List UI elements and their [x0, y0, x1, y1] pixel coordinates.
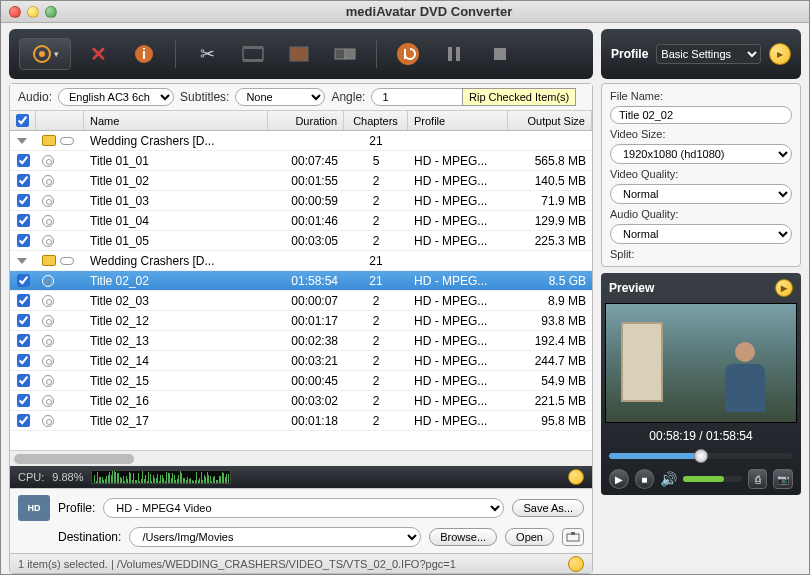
- cell-chapters: 21: [344, 254, 408, 268]
- pause-button[interactable]: [435, 38, 473, 70]
- table-row[interactable]: Title 02_0201:58:5421HD - MPEG...8.5 GB: [10, 271, 592, 291]
- snapshot-button[interactable]: ⎙: [748, 469, 768, 489]
- subtitles-label: Subtitles:: [180, 90, 229, 104]
- col-output-size[interactable]: Output Size: [508, 111, 592, 130]
- delete-button[interactable]: ✕: [79, 38, 117, 70]
- col-name[interactable]: Name: [84, 111, 268, 130]
- cell-profile: HD - MPEG...: [408, 274, 508, 288]
- preview-label: Preview: [609, 281, 654, 295]
- table-row[interactable]: Title 02_1200:01:172HD - MPEG...93.8 MB: [10, 311, 592, 331]
- row-checkbox[interactable]: [17, 174, 30, 187]
- merge-button[interactable]: [326, 38, 364, 70]
- video-quality-label: Video Quality:: [610, 168, 792, 180]
- cell-profile: HD - MPEG...: [408, 174, 508, 188]
- row-checkbox[interactable]: [17, 154, 30, 167]
- cell-duration: 00:01:46: [268, 214, 344, 228]
- table-row[interactable]: Title 02_1500:00:452HD - MPEG...54.9 MB: [10, 371, 592, 391]
- table-row[interactable]: Title 02_1600:03:022HD - MPEG...221.5 MB: [10, 391, 592, 411]
- minimize-icon[interactable]: [27, 6, 39, 18]
- profile-select[interactable]: HD - MPEG4 Video: [103, 498, 504, 518]
- col-duration[interactable]: Duration: [268, 111, 344, 130]
- cell-name: Title 02_15: [84, 374, 268, 388]
- clip-button[interactable]: [234, 38, 272, 70]
- browse-button[interactable]: Browse...: [429, 528, 497, 546]
- row-checkbox[interactable]: [17, 294, 30, 307]
- row-checkbox[interactable]: [17, 334, 30, 347]
- basic-settings-select[interactable]: Basic Settings: [656, 44, 761, 64]
- destination-select[interactable]: /Users/Img/Movies: [129, 527, 421, 547]
- disc-menu-button[interactable]: ▾: [19, 38, 71, 70]
- volume-icon: 🔊: [660, 471, 677, 487]
- table-group-row[interactable]: Wedding Crashers [D...21: [10, 251, 592, 271]
- preview-stop-button[interactable]: ■: [635, 469, 655, 489]
- row-checkbox[interactable]: [17, 234, 30, 247]
- disclosure-icon[interactable]: [17, 138, 27, 144]
- preview-screen[interactable]: [605, 303, 797, 423]
- disclosure-icon[interactable]: [17, 258, 27, 264]
- stop-button[interactable]: [481, 38, 519, 70]
- row-checkbox[interactable]: [17, 414, 30, 427]
- table-row[interactable]: Title 02_1700:01:182HD - MPEG...95.8 MB: [10, 411, 592, 431]
- row-checkbox[interactable]: [17, 354, 30, 367]
- table-row[interactable]: Title 01_0200:01:552HD - MPEG...140.5 MB: [10, 171, 592, 191]
- split-label: Split:: [610, 248, 792, 260]
- row-checkbox[interactable]: [17, 214, 30, 227]
- disc-icon: [42, 335, 54, 347]
- volume-slider[interactable]: [683, 476, 742, 482]
- row-checkbox[interactable]: [17, 394, 30, 407]
- disc-icon: [42, 295, 54, 307]
- video-quality-select[interactable]: Normal: [610, 184, 792, 204]
- drive-icon[interactable]: [562, 528, 584, 546]
- subtitles-select[interactable]: None: [235, 88, 325, 106]
- audio-select[interactable]: English AC3 6ch: [58, 88, 174, 106]
- save-as-button[interactable]: Save As...: [512, 499, 584, 517]
- info-button[interactable]: i: [125, 38, 163, 70]
- col-profile[interactable]: Profile: [408, 111, 508, 130]
- profile-panel-header: Profile Basic Settings ▸: [601, 29, 801, 79]
- svg-point-1: [39, 51, 45, 57]
- horizontal-scrollbar[interactable]: [10, 450, 592, 466]
- file-name-input[interactable]: [610, 106, 792, 124]
- video-size-select[interactable]: 1920x1080 (hd1080): [610, 144, 792, 164]
- camera-button[interactable]: 📷: [773, 469, 793, 489]
- table-row[interactable]: Title 02_1400:03:212HD - MPEG...244.7 MB: [10, 351, 592, 371]
- table-row[interactable]: Title 01_0500:03:052HD - MPEG...225.3 MB: [10, 231, 592, 251]
- cpu-expand-button[interactable]: [568, 469, 584, 485]
- col-chapters[interactable]: Chapters: [344, 111, 408, 130]
- cell-duration: 00:00:59: [268, 194, 344, 208]
- check-all[interactable]: [16, 114, 29, 127]
- cut-button[interactable]: ✂: [188, 38, 226, 70]
- row-checkbox[interactable]: [17, 314, 30, 327]
- status-go-button[interactable]: [568, 556, 584, 572]
- settings-go-button[interactable]: ▸: [769, 43, 791, 65]
- table-row[interactable]: Title 01_0300:00:592HD - MPEG...71.9 MB: [10, 191, 592, 211]
- table-row[interactable]: Title 02_0300:00:072HD - MPEG...8.9 MB: [10, 291, 592, 311]
- preview-seek-slider[interactable]: [609, 453, 793, 459]
- table-row[interactable]: Title 02_1300:02:382HD - MPEG...192.4 MB: [10, 331, 592, 351]
- row-checkbox[interactable]: [17, 374, 30, 387]
- table-row[interactable]: Title 01_0100:07:455HD - MPEG...565.8 MB: [10, 151, 592, 171]
- row-checkbox[interactable]: [17, 274, 30, 287]
- open-button[interactable]: Open: [505, 528, 554, 546]
- close-icon[interactable]: [9, 6, 21, 18]
- cell-profile: HD - MPEG...: [408, 294, 508, 308]
- play-button[interactable]: ▶: [609, 469, 629, 489]
- cell-chapters: 2: [344, 194, 408, 208]
- cell-profile: HD - MPEG...: [408, 214, 508, 228]
- cell-profile: HD - MPEG...: [408, 374, 508, 388]
- cell-name: Title 01_03: [84, 194, 268, 208]
- cell-name: Title 02_16: [84, 394, 268, 408]
- table-group-row[interactable]: Wedding Crashers [D...21: [10, 131, 592, 151]
- cell-size: 129.9 MB: [508, 214, 592, 228]
- row-checkbox[interactable]: [17, 194, 30, 207]
- audio-quality-select[interactable]: Normal: [610, 224, 792, 244]
- table-row[interactable]: Title 01_0400:01:462HD - MPEG...129.9 MB: [10, 211, 592, 231]
- effects-button[interactable]: [280, 38, 318, 70]
- cell-duration: 00:03:02: [268, 394, 344, 408]
- disc-icon: [42, 315, 54, 327]
- preview-expand-button[interactable]: ▸: [775, 279, 793, 297]
- zoom-icon[interactable]: [45, 6, 57, 18]
- disc-icon: [42, 215, 54, 227]
- link-icon: [60, 137, 74, 145]
- rip-button[interactable]: [389, 38, 427, 70]
